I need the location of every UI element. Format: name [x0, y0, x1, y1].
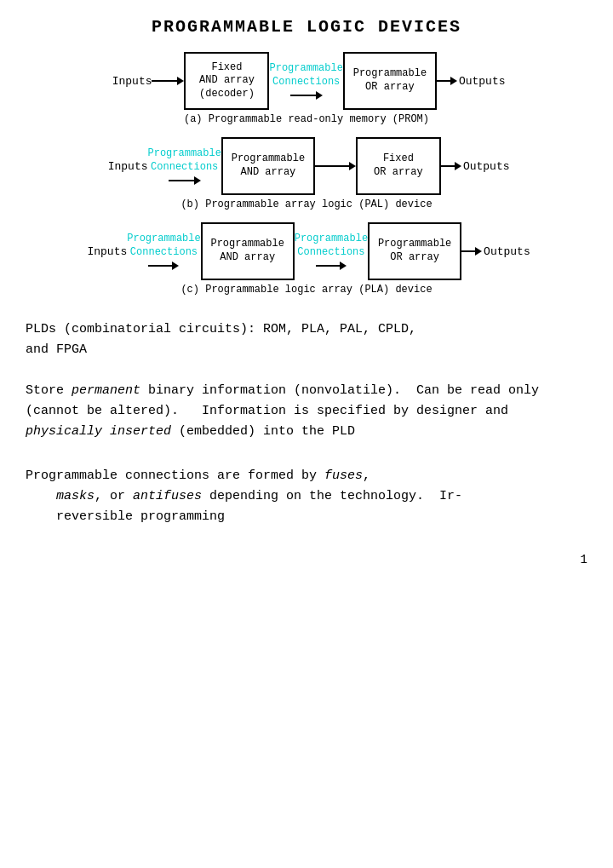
diagram-b-conn0: Programmable Connections — [147, 147, 221, 184]
diagram-b: Inputs Programmable Connections Programm… — [26, 137, 587, 210]
diagram-c-caption: (c) Programmable logic array (PLA) devic… — [26, 284, 587, 296]
diagram-c-box1: ProgrammableAND array — [201, 222, 295, 280]
diagram-b-caption: (b) Programmable array logic (PAL) devic… — [26, 198, 587, 210]
paragraph1: PLDs (combinatorial circuits): ROM, PLA,… — [26, 319, 587, 360]
page-title: PROGRAMMABLE LOGIC DEVICES — [26, 17, 587, 37]
diagram-b-outputs-label: Outputs — [463, 160, 510, 173]
diagram-c-line2 — [461, 247, 482, 256]
diagram-c-box2: ProgrammableOR array — [368, 222, 461, 280]
diagram-c-conn0: Programmable Connections — [127, 233, 200, 269]
paragraph3-text: Programmable connections are formed by f… — [26, 466, 587, 527]
diagram-a-line2 — [437, 77, 457, 85]
paragraph2: Store permanent binary information (nonv… — [26, 381, 587, 442]
diagram-b-line2 — [441, 162, 461, 170]
diagram-a-caption: (a) Programmable read-only memory (PROM) — [26, 113, 587, 125]
diagram-a-outputs-label: Outputs — [459, 75, 506, 88]
diagram-a: Inputs FixedAND array(decoder) Programma… — [26, 52, 587, 125]
paragraph2-text: Store permanent binary information (nonv… — [26, 381, 587, 442]
paragraph3: Programmable connections are formed by f… — [26, 466, 587, 527]
diagram-c-outputs-label: Outputs — [484, 245, 530, 258]
diagram-b-inputs-label: Inputs — [103, 160, 147, 173]
diagram-a-box2: ProgrammableOR array — [343, 52, 437, 110]
paragraph1-text: PLDs (combinatorial circuits): ROM, PLA,… — [26, 319, 587, 360]
diagram-b-box1: ProgrammableAND array — [221, 137, 315, 195]
diagram-c-inputs-label: Inputs — [83, 245, 127, 258]
diagram-b-line-middle — [315, 162, 356, 170]
diagram-a-line1 — [152, 77, 184, 85]
diagram-c: Inputs Programmable Connections Programm… — [26, 222, 587, 296]
diagram-b-box2: FixedOR array — [356, 137, 441, 195]
diagram-a-box1: FixedAND array(decoder) — [184, 52, 269, 110]
diagram-a-inputs-label: Inputs — [107, 75, 152, 88]
page-number: 1 — [26, 553, 587, 566]
diagram-c-conn1: Programmable Connections — [295, 233, 368, 269]
diagram-a-conn1: Programmable Connections — [269, 62, 342, 99]
